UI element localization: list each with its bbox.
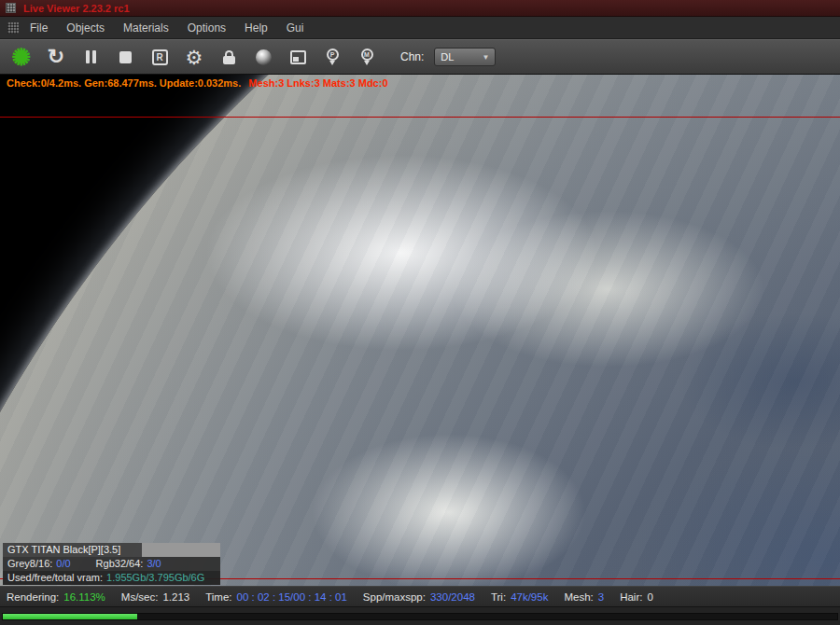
rendering-stat: Rendering: 16.113% — [7, 591, 105, 603]
render-sphere-icon — [256, 49, 272, 65]
hair-stat: Hair: 0 — [620, 591, 653, 603]
render-ball-button[interactable] — [249, 44, 277, 70]
refresh-button[interactable]: ↻ — [42, 44, 70, 70]
restart-button[interactable]: R — [146, 44, 174, 70]
render-progress-bar — [0, 606, 840, 625]
stop-icon — [119, 51, 132, 63]
time-label: Time: — [205, 591, 231, 603]
vram-value: 1.955Gb/3.795Gb/6G — [103, 571, 204, 585]
spp-label: Spp/maxspp: — [363, 591, 426, 603]
gear-icon: ⚙ — [186, 48, 203, 67]
spp-value: 330/2048 — [430, 591, 475, 603]
rendering-label: Rendering: — [7, 591, 59, 603]
menu-grid-icon[interactable] — [7, 22, 19, 34]
menu-help[interactable]: Help — [245, 21, 268, 35]
restart-icon: R — [152, 49, 168, 65]
channel-label: Chn: — [400, 50, 424, 63]
tri-label: Tri: — [491, 591, 506, 603]
mesh-value: 3 — [598, 591, 604, 603]
mssec-label: Ms/sec: — [121, 591, 159, 603]
statusbar: Rendering: 16.113% Ms/sec: 1.213 Time: 0… — [0, 586, 840, 606]
region-icon — [290, 50, 306, 64]
time-value: 00 : 02 : 15/00 : 14 : 01 — [237, 591, 347, 603]
pause-button[interactable] — [77, 44, 105, 70]
pause-icon — [86, 50, 96, 63]
rendering-value: 16.113% — [63, 591, 105, 603]
progress-fill — [3, 614, 137, 619]
window-grid-icon[interactable] — [6, 3, 16, 13]
pick-position-button[interactable]: P — [318, 44, 346, 70]
gpu-overlay: GTX TITAN Black[P][3.5] Grey8/16: 0/0 Rg… — [3, 543, 220, 585]
lock-button[interactable] — [215, 44, 243, 70]
grey-buffer-label: Grey8/16: — [3, 557, 52, 571]
time-stat: Time: 00 : 02 : 15/00 : 14 : 01 — [205, 591, 347, 603]
render-viewport[interactable]: Check:0/4.2ms. Gen:68.477ms. Update:0.03… — [0, 75, 840, 586]
hair-label: Hair: — [620, 591, 642, 603]
pin-p-icon: P — [327, 49, 339, 65]
mesh-stat: Mesh: 3 — [564, 591, 604, 603]
channel-dropdown[interactable]: DL ▼ — [434, 48, 496, 66]
pin-m-icon: M — [361, 49, 373, 65]
spp-stat: Spp/maxspp: 330/2048 — [363, 591, 475, 603]
titlebar: Live Viewer 2.23.2 rc1 — [0, 0, 840, 17]
octane-logo-button[interactable]: ✺ — [7, 44, 35, 70]
stats-scene-text: Mesh:3 Lnks:3 Mats:3 Mdc:0 — [248, 77, 387, 89]
hair-value: 0 — [647, 591, 652, 603]
gpu-name-row: GTX TITAN Black[P][3.5] — [3, 543, 220, 557]
gpu-buffers-row: Grey8/16: 0/0 Rgb32/64: 3/0 — [3, 557, 220, 571]
stats-perf-text: Check:0/4.2ms. Gen:68.477ms. Update:0.03… — [7, 77, 241, 89]
channel-dropdown-value: DL — [441, 51, 454, 62]
earth-render — [0, 75, 840, 586]
chevron-down-icon: ▼ — [482, 53, 489, 62]
menu-objects[interactable]: Objects — [66, 21, 105, 35]
render-region-line-top — [0, 117, 840, 118]
tri-stat: Tri: 47k/95k — [491, 591, 548, 603]
octane-logo-icon: ✺ — [12, 46, 32, 69]
stop-button[interactable] — [111, 44, 139, 70]
render-stats-line: Check:0/4.2ms. Gen:68.477ms. Update:0.03… — [7, 77, 388, 89]
menu-options[interactable]: Options — [188, 21, 226, 35]
mssec-stat: Ms/sec: 1.213 — [121, 591, 189, 603]
grey-buffer-value: 0/0 — [52, 557, 70, 571]
settings-button[interactable]: ⚙ — [180, 44, 208, 70]
window-title: Live Viewer 2.23.2 rc1 — [23, 3, 130, 14]
gpu-usage-meter — [142, 543, 220, 557]
pick-material-button[interactable]: M — [353, 44, 381, 70]
rgb-buffer-value: 3/0 — [143, 557, 161, 571]
live-viewer-window: Live Viewer 2.23.2 rc1 File Objects Mate… — [0, 0, 840, 625]
menubar: File Objects Materials Options Help Gui — [0, 17, 840, 39]
mesh-label: Mesh: — [564, 591, 593, 603]
refresh-icon: ↻ — [48, 47, 64, 67]
gpu-name: GTX TITAN Black[P][3.5] — [3, 543, 142, 557]
mssec-value: 1.213 — [162, 591, 189, 603]
lock-icon — [223, 50, 235, 64]
tri-value: 47k/95k — [511, 591, 548, 603]
gpu-vram-row: Used/free/total vram: 1.955Gb/3.795Gb/6G — [3, 571, 220, 585]
menu-gui[interactable]: Gui — [287, 21, 304, 35]
toolbar: ✺ ↻ R ⚙ P — [0, 39, 840, 75]
menu-materials[interactable]: Materials — [123, 21, 169, 35]
menu-file[interactable]: File — [30, 21, 48, 35]
rgb-buffer-label: Rgb32/64: — [91, 557, 144, 571]
vram-label: Used/free/total vram: — [3, 571, 103, 585]
progress-track — [2, 613, 838, 620]
region-render-button[interactable] — [284, 44, 312, 70]
